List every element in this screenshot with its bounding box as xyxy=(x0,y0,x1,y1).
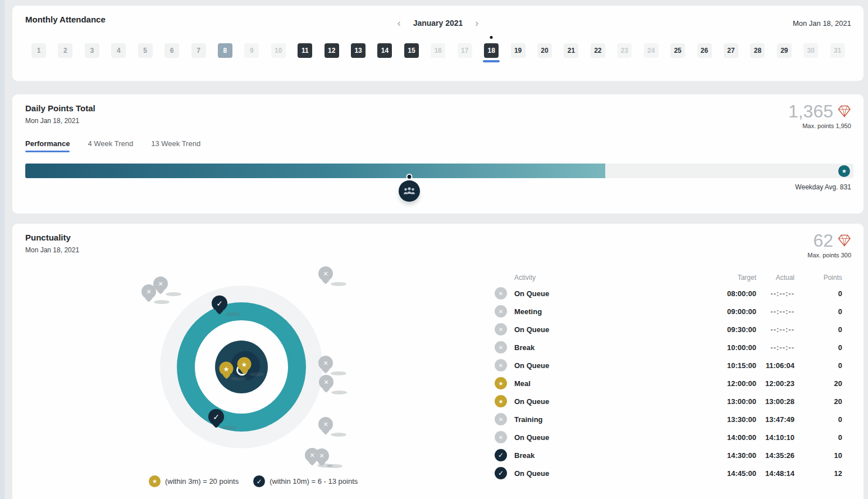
calendar-day-15[interactable]: 15 xyxy=(404,43,419,58)
chevron-left-icon[interactable]: ‹ xyxy=(395,18,403,28)
calendar-day-18[interactable]: 18 xyxy=(484,43,499,58)
table-row: ★Meal12:00:0012:00:2320 xyxy=(488,374,842,392)
calendar-day-6[interactable]: 6 xyxy=(165,43,179,58)
monthly-attendance-title: Monthly Attendance xyxy=(25,15,106,24)
table-row: ✕Meeting09:00:00--:--:--0 xyxy=(488,302,842,320)
check-icon: ✓ xyxy=(495,449,507,461)
status-cell: ✓ xyxy=(488,467,514,479)
calendar-day-30[interactable]: 30 xyxy=(803,43,818,58)
cell-actual: 14:10:10 xyxy=(756,433,794,442)
day-number: 15 xyxy=(408,47,415,55)
star-icon: ★ xyxy=(495,377,507,389)
calendar-day-21[interactable]: 21 xyxy=(564,43,578,58)
monthly-attendance-card: Monthly Attendance ‹ January 2021 › Mon … xyxy=(12,6,864,81)
miss-icon: ✕ xyxy=(495,323,507,335)
calendar-day-3[interactable]: 3 xyxy=(85,43,99,58)
calendar-day-11[interactable]: 11 xyxy=(298,43,312,58)
calendar-day-31[interactable]: 31 xyxy=(830,43,845,58)
table-header-row: Activity Target Actual Points xyxy=(488,271,842,284)
calendar-day-1[interactable]: 1 xyxy=(31,43,46,58)
calendar-day-9[interactable]: 9 xyxy=(244,43,259,58)
calendar-day-5[interactable]: 5 xyxy=(138,43,153,58)
calendar-day-24[interactable]: 24 xyxy=(644,43,659,58)
cell-target: 14:00:00 xyxy=(700,433,756,442)
cell-actual: 14:35:26 xyxy=(756,451,794,460)
miss-icon: ✕ xyxy=(495,413,507,425)
day-number: 7 xyxy=(197,47,200,55)
miss-icon: ✕ xyxy=(495,341,507,353)
calendar-day-29[interactable]: 29 xyxy=(777,43,792,58)
calendar-day-13[interactable]: 13 xyxy=(351,43,366,58)
cell-actual: 13:00:28 xyxy=(756,397,794,406)
table-row: ✕Training13:30:0013:47:490 xyxy=(488,410,842,428)
calendar-day-28[interactable]: 28 xyxy=(750,43,765,58)
month-navigation: ‹ January 2021 › xyxy=(395,18,481,28)
calendar-day-25[interactable]: 25 xyxy=(670,43,685,58)
calendar-day-10[interactable]: 10 xyxy=(271,43,286,58)
status-cell: ✕ xyxy=(488,431,514,443)
day-number: 29 xyxy=(780,47,788,55)
calendar-day-22[interactable]: 22 xyxy=(591,43,605,58)
status-cell: ✓ xyxy=(488,449,514,461)
target-pin-miss: ✕ xyxy=(314,448,329,463)
day-number: 5 xyxy=(143,47,147,55)
cell-activity: Meeting xyxy=(514,307,700,316)
calendar-day-14[interactable]: 14 xyxy=(377,43,392,58)
target-pin-miss: ✕ xyxy=(318,266,333,281)
tab-4-week-trend[interactable]: 4 Week Trend xyxy=(88,139,133,152)
day-number: 10 xyxy=(275,47,282,55)
tab-performance[interactable]: Performance xyxy=(25,139,70,152)
target-pin-check: ✓ xyxy=(212,296,227,311)
cell-target: 14:30:00 xyxy=(700,451,756,460)
cell-actual: --:--:-- xyxy=(756,289,794,298)
team-average-marker xyxy=(399,180,420,202)
weekday-average-label: Weekday Avg. 831 xyxy=(795,183,851,191)
calendar-day-20[interactable]: 20 xyxy=(537,43,552,58)
check-icon: ✓ xyxy=(495,467,507,479)
cell-actual: --:--:-- xyxy=(756,343,794,352)
cell-activity: On Queue xyxy=(514,469,700,478)
calendar-day-16[interactable]: 16 xyxy=(431,43,445,58)
cell-activity: On Queue xyxy=(514,397,700,406)
day-number: 23 xyxy=(621,47,628,55)
day-number: 26 xyxy=(701,47,708,55)
star-icon: ★ xyxy=(495,395,507,407)
day-number: 21 xyxy=(568,47,575,55)
star-icon: ★ xyxy=(149,475,161,487)
cell-target: 14:45:00 xyxy=(700,469,756,478)
day-number: 20 xyxy=(541,47,548,55)
calendar-day-26[interactable]: 26 xyxy=(697,43,712,58)
cell-activity: On Queue xyxy=(514,433,700,442)
cell-actual: 11:06:04 xyxy=(756,361,794,370)
calendar-day-8[interactable]: 8 xyxy=(218,43,232,58)
status-cell: ✕ xyxy=(488,287,514,300)
calendar-day-4[interactable]: 4 xyxy=(111,43,126,58)
calendar-day-17[interactable]: 17 xyxy=(458,43,472,58)
day-number: 19 xyxy=(514,47,522,55)
miss-icon: ✕ xyxy=(495,359,507,371)
target-pin-miss: ✕ xyxy=(319,375,334,389)
daily-points-title: Daily Points Total xyxy=(25,103,95,113)
current-date-label: Mon Jan 18, 2021 xyxy=(793,19,851,28)
calendar-day-19[interactable]: 19 xyxy=(511,43,526,58)
calendar-day-12[interactable]: 12 xyxy=(325,43,339,58)
page-edge-strip xyxy=(0,0,4,499)
table-body: ✕On Queue08:00:00--:--:--0✕Meeting09:00:… xyxy=(488,284,842,482)
day-number: 4 xyxy=(117,47,121,55)
cell-target: 09:00:00 xyxy=(700,307,756,316)
day-number: 22 xyxy=(594,47,601,55)
calendar-day-2[interactable]: 2 xyxy=(58,43,72,58)
cell-points: 20 xyxy=(794,397,842,406)
miss-icon: ✕ xyxy=(495,431,507,443)
chevron-right-icon[interactable]: › xyxy=(473,18,481,28)
day-number: 6 xyxy=(170,47,174,55)
calendar-day-23[interactable]: 23 xyxy=(617,43,632,58)
calendar-day-27[interactable]: 27 xyxy=(724,43,738,58)
calendar-day-7[interactable]: 7 xyxy=(191,43,206,58)
tab-13-week-trend[interactable]: 13 Week Trend xyxy=(151,139,200,152)
day-number: 13 xyxy=(354,47,362,55)
cell-points: 0 xyxy=(794,343,842,352)
status-cell: ★ xyxy=(488,377,514,389)
cell-activity: Break xyxy=(514,451,700,460)
table-row: ✓Break14:30:0014:35:2610 xyxy=(488,446,842,464)
